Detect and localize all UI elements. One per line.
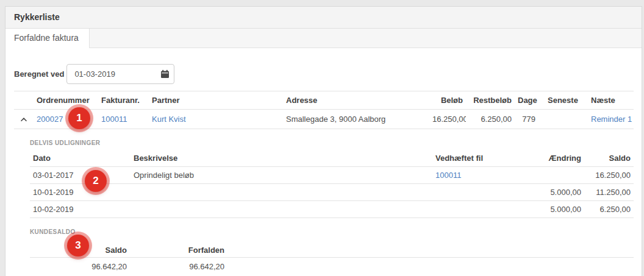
address-cell: Smallegade 3, 9000 Aalborg bbox=[283, 110, 429, 129]
partial-settlements-table: Dato Beskrivelse Vedhæftet fil Ændring S… bbox=[30, 150, 634, 218]
col-restbelob: Restbeløb bbox=[466, 91, 515, 110]
col-dage: Dage bbox=[515, 91, 538, 110]
col-seneste: Seneste bbox=[538, 91, 588, 110]
col-dato: Dato bbox=[30, 150, 131, 167]
col-fakturanr: Fakturanr. bbox=[98, 91, 149, 110]
tab-bar: Forfaldne faktura bbox=[5, 29, 642, 48]
tab-forfaldne-faktura[interactable]: Forfaldne faktura bbox=[5, 29, 90, 48]
settlement-row: 10-02-2019 5.000,00 6.250,00 bbox=[30, 201, 634, 218]
overdue-balance-cell: 96.642,20 bbox=[130, 258, 227, 276]
filter-row: Beregnet ved bbox=[14, 64, 633, 84]
attachment-cell bbox=[432, 184, 512, 201]
balance-header-row: Saldo Forfalden bbox=[30, 243, 634, 258]
customer-balance-table: Saldo Forfalden 96.642,20 96.642,20 bbox=[30, 243, 634, 275]
change-cell bbox=[512, 167, 584, 184]
amount-cell: 16.250,00 bbox=[429, 110, 466, 129]
partial-settlements-title: DELVIS UDLIGNINGER bbox=[30, 140, 633, 146]
calendar-icon[interactable] bbox=[156, 65, 174, 83]
order-number-link[interactable]: 200027 bbox=[37, 115, 63, 124]
col-partner: Partner bbox=[149, 91, 283, 110]
balance-cell: 6.250,00 bbox=[584, 201, 634, 218]
invoice-table-header-row: Ordrenummer Fakturanr. Partner Adresse B… bbox=[14, 91, 634, 110]
change-cell: 5.000,00 bbox=[512, 184, 584, 201]
customer-balance-cell: 96.642,20 bbox=[30, 258, 130, 276]
latest-cell bbox=[538, 110, 588, 129]
customer-balance-title: KUNDESALDO bbox=[30, 228, 633, 235]
tab-content: Beregnet ved bbox=[5, 64, 642, 275]
annotation-badge-3: 3 bbox=[67, 235, 89, 257]
balance-cell: 16.250,00 bbox=[584, 167, 634, 184]
collapse-row-toggle[interactable] bbox=[14, 110, 34, 129]
overdue-invoice-table: Ordrenummer Fakturanr. Partner Adresse B… bbox=[14, 91, 634, 129]
settlement-row: 03-01-2017 Oprindeligt beløb 100011 16.2… bbox=[30, 167, 634, 184]
change-cell: 5.000,00 bbox=[512, 201, 584, 218]
expand-column-header bbox=[14, 91, 34, 110]
col-ordrenummer: Ordrenummer bbox=[34, 91, 98, 110]
balance-cell: 11.250,00 bbox=[584, 184, 634, 201]
annotation-badge-2: 2 bbox=[85, 170, 107, 192]
col-belob: Beløb bbox=[429, 91, 466, 110]
rykkerliste-panel: Rykkerliste Forfaldne faktura Beregnet v… bbox=[5, 6, 642, 276]
description-cell bbox=[131, 184, 432, 201]
col-vedhaeftet-fil: Vedhæftet fil bbox=[432, 150, 512, 167]
col-beskrivelse: Beskrivelse bbox=[131, 150, 432, 167]
date-field-wrapper bbox=[66, 64, 174, 84]
balance-row: 96.642,20 96.642,20 bbox=[30, 258, 634, 276]
page-title: Rykkerliste bbox=[5, 7, 642, 29]
settlement-row: 10-01-2019 5.000,00 11.250,00 bbox=[30, 184, 634, 201]
col-filler bbox=[227, 243, 634, 258]
description-cell bbox=[131, 201, 432, 218]
attachment-link[interactable]: 100011 bbox=[435, 171, 461, 180]
col-saldo: Saldo bbox=[584, 150, 634, 167]
settlements-header-row: Dato Beskrivelse Vedhæftet fil Ændring S… bbox=[30, 150, 634, 167]
chevron-up-icon bbox=[20, 115, 27, 124]
invoice-row: 200027 100011 Kurt Kvist Smallegade 3, 9… bbox=[14, 110, 634, 129]
date-cell: 10-01-2019 bbox=[30, 184, 131, 201]
col-forfalden: Forfalden bbox=[130, 243, 227, 258]
partner-link[interactable]: Kurt Kvist bbox=[152, 115, 186, 124]
calculated-at-date-input[interactable] bbox=[67, 69, 156, 79]
filler-cell bbox=[227, 258, 634, 276]
col-aendring: Ændring bbox=[512, 150, 584, 167]
col-naeste: Næste bbox=[588, 91, 634, 110]
date-cell: 10-02-2019 bbox=[30, 201, 131, 218]
annotation-badge-1: 1 bbox=[68, 107, 90, 129]
calculated-at-label: Beregnet ved bbox=[14, 69, 64, 79]
invoice-number-link[interactable]: 100011 bbox=[101, 115, 127, 124]
description-cell: Oprindeligt beløb bbox=[131, 167, 432, 184]
next-reminder-link[interactable]: Reminder 1 bbox=[591, 115, 632, 124]
attachment-cell bbox=[432, 201, 512, 218]
residual-amount-cell: 6.250,00 bbox=[466, 110, 515, 129]
days-cell: 779 bbox=[515, 110, 538, 129]
col-adresse: Adresse bbox=[283, 91, 429, 110]
date-cell: 03-01-2017 bbox=[30, 167, 131, 184]
